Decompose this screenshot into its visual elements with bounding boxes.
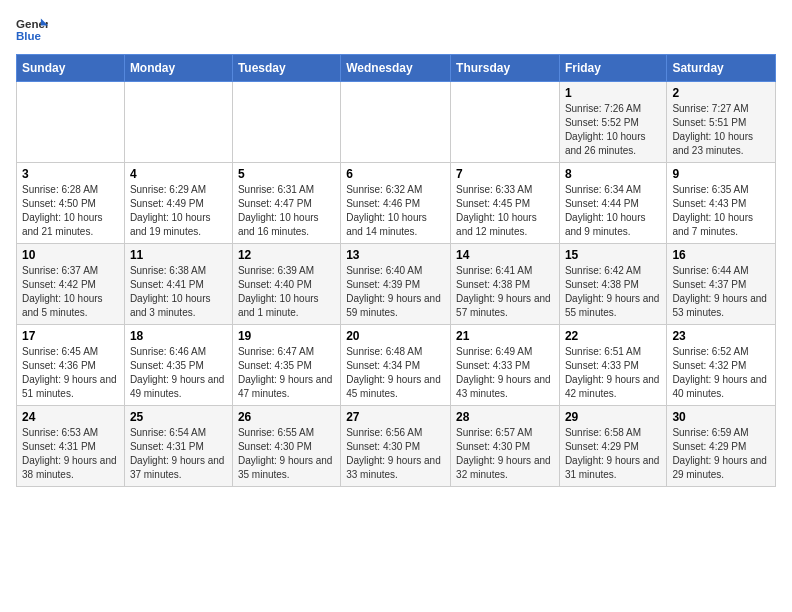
calendar-cell: 9Sunrise: 6:35 AM Sunset: 4:43 PM Daylig…: [667, 163, 776, 244]
calendar-cell: 20Sunrise: 6:48 AM Sunset: 4:34 PM Dayli…: [341, 325, 451, 406]
weekday-header: Sunday: [17, 55, 125, 82]
day-number: 5: [238, 167, 335, 181]
calendar-cell: 23Sunrise: 6:52 AM Sunset: 4:32 PM Dayli…: [667, 325, 776, 406]
day-info: Sunrise: 6:31 AM Sunset: 4:47 PM Dayligh…: [238, 183, 335, 239]
day-info: Sunrise: 6:34 AM Sunset: 4:44 PM Dayligh…: [565, 183, 661, 239]
day-info: Sunrise: 6:56 AM Sunset: 4:30 PM Dayligh…: [346, 426, 445, 482]
day-info: Sunrise: 6:45 AM Sunset: 4:36 PM Dayligh…: [22, 345, 119, 401]
calendar-header-row: SundayMondayTuesdayWednesdayThursdayFrid…: [17, 55, 776, 82]
day-number: 22: [565, 329, 661, 343]
day-number: 24: [22, 410, 119, 424]
day-info: Sunrise: 6:59 AM Sunset: 4:29 PM Dayligh…: [672, 426, 770, 482]
day-info: Sunrise: 6:38 AM Sunset: 4:41 PM Dayligh…: [130, 264, 227, 320]
calendar-cell: [451, 82, 560, 163]
page-header: General Blue: [16, 16, 776, 44]
day-info: Sunrise: 6:47 AM Sunset: 4:35 PM Dayligh…: [238, 345, 335, 401]
day-number: 11: [130, 248, 227, 262]
calendar-cell: 10Sunrise: 6:37 AM Sunset: 4:42 PM Dayli…: [17, 244, 125, 325]
svg-text:Blue: Blue: [16, 30, 42, 42]
day-info: Sunrise: 6:37 AM Sunset: 4:42 PM Dayligh…: [22, 264, 119, 320]
calendar-cell: 7Sunrise: 6:33 AM Sunset: 4:45 PM Daylig…: [451, 163, 560, 244]
day-info: Sunrise: 6:57 AM Sunset: 4:30 PM Dayligh…: [456, 426, 554, 482]
calendar-cell: 27Sunrise: 6:56 AM Sunset: 4:30 PM Dayli…: [341, 406, 451, 487]
day-info: Sunrise: 6:52 AM Sunset: 4:32 PM Dayligh…: [672, 345, 770, 401]
day-number: 23: [672, 329, 770, 343]
day-info: Sunrise: 6:28 AM Sunset: 4:50 PM Dayligh…: [22, 183, 119, 239]
day-number: 21: [456, 329, 554, 343]
day-number: 10: [22, 248, 119, 262]
day-info: Sunrise: 6:39 AM Sunset: 4:40 PM Dayligh…: [238, 264, 335, 320]
calendar-cell: 11Sunrise: 6:38 AM Sunset: 4:41 PM Dayli…: [124, 244, 232, 325]
calendar-cell: 3Sunrise: 6:28 AM Sunset: 4:50 PM Daylig…: [17, 163, 125, 244]
calendar-cell: [17, 82, 125, 163]
day-number: 19: [238, 329, 335, 343]
calendar-cell: 6Sunrise: 6:32 AM Sunset: 4:46 PM Daylig…: [341, 163, 451, 244]
calendar-cell: 8Sunrise: 6:34 AM Sunset: 4:44 PM Daylig…: [559, 163, 666, 244]
calendar-cell: [232, 82, 340, 163]
calendar-cell: 16Sunrise: 6:44 AM Sunset: 4:37 PM Dayli…: [667, 244, 776, 325]
day-number: 1: [565, 86, 661, 100]
calendar-cell: 4Sunrise: 6:29 AM Sunset: 4:49 PM Daylig…: [124, 163, 232, 244]
day-info: Sunrise: 6:53 AM Sunset: 4:31 PM Dayligh…: [22, 426, 119, 482]
logo: General Blue: [16, 16, 48, 44]
day-number: 4: [130, 167, 227, 181]
day-number: 6: [346, 167, 445, 181]
day-number: 17: [22, 329, 119, 343]
calendar-cell: 15Sunrise: 6:42 AM Sunset: 4:38 PM Dayli…: [559, 244, 666, 325]
calendar-week-row: 24Sunrise: 6:53 AM Sunset: 4:31 PM Dayli…: [17, 406, 776, 487]
calendar-cell: 25Sunrise: 6:54 AM Sunset: 4:31 PM Dayli…: [124, 406, 232, 487]
day-info: Sunrise: 6:32 AM Sunset: 4:46 PM Dayligh…: [346, 183, 445, 239]
calendar-cell: 22Sunrise: 6:51 AM Sunset: 4:33 PM Dayli…: [559, 325, 666, 406]
day-info: Sunrise: 6:46 AM Sunset: 4:35 PM Dayligh…: [130, 345, 227, 401]
day-info: Sunrise: 6:48 AM Sunset: 4:34 PM Dayligh…: [346, 345, 445, 401]
day-number: 20: [346, 329, 445, 343]
calendar-cell: 14Sunrise: 6:41 AM Sunset: 4:38 PM Dayli…: [451, 244, 560, 325]
day-number: 8: [565, 167, 661, 181]
day-number: 9: [672, 167, 770, 181]
calendar-cell: 29Sunrise: 6:58 AM Sunset: 4:29 PM Dayli…: [559, 406, 666, 487]
calendar-cell: 5Sunrise: 6:31 AM Sunset: 4:47 PM Daylig…: [232, 163, 340, 244]
day-info: Sunrise: 6:58 AM Sunset: 4:29 PM Dayligh…: [565, 426, 661, 482]
day-info: Sunrise: 6:49 AM Sunset: 4:33 PM Dayligh…: [456, 345, 554, 401]
day-info: Sunrise: 6:44 AM Sunset: 4:37 PM Dayligh…: [672, 264, 770, 320]
day-number: 2: [672, 86, 770, 100]
calendar-cell: 24Sunrise: 6:53 AM Sunset: 4:31 PM Dayli…: [17, 406, 125, 487]
calendar-cell: 28Sunrise: 6:57 AM Sunset: 4:30 PM Dayli…: [451, 406, 560, 487]
day-number: 30: [672, 410, 770, 424]
calendar-week-row: 1Sunrise: 7:26 AM Sunset: 5:52 PM Daylig…: [17, 82, 776, 163]
day-number: 25: [130, 410, 227, 424]
weekday-header: Friday: [559, 55, 666, 82]
calendar-table: SundayMondayTuesdayWednesdayThursdayFrid…: [16, 54, 776, 487]
day-info: Sunrise: 6:33 AM Sunset: 4:45 PM Dayligh…: [456, 183, 554, 239]
day-number: 18: [130, 329, 227, 343]
day-info: Sunrise: 6:55 AM Sunset: 4:30 PM Dayligh…: [238, 426, 335, 482]
calendar-cell: [341, 82, 451, 163]
day-number: 27: [346, 410, 445, 424]
day-info: Sunrise: 7:26 AM Sunset: 5:52 PM Dayligh…: [565, 102, 661, 158]
calendar-cell: 1Sunrise: 7:26 AM Sunset: 5:52 PM Daylig…: [559, 82, 666, 163]
calendar-cell: 21Sunrise: 6:49 AM Sunset: 4:33 PM Dayli…: [451, 325, 560, 406]
weekday-header: Thursday: [451, 55, 560, 82]
day-number: 29: [565, 410, 661, 424]
day-number: 7: [456, 167, 554, 181]
calendar-cell: 17Sunrise: 6:45 AM Sunset: 4:36 PM Dayli…: [17, 325, 125, 406]
day-number: 13: [346, 248, 445, 262]
calendar-cell: 30Sunrise: 6:59 AM Sunset: 4:29 PM Dayli…: [667, 406, 776, 487]
weekday-header: Saturday: [667, 55, 776, 82]
calendar-cell: 2Sunrise: 7:27 AM Sunset: 5:51 PM Daylig…: [667, 82, 776, 163]
calendar-week-row: 17Sunrise: 6:45 AM Sunset: 4:36 PM Dayli…: [17, 325, 776, 406]
calendar-cell: 18Sunrise: 6:46 AM Sunset: 4:35 PM Dayli…: [124, 325, 232, 406]
calendar-cell: 12Sunrise: 6:39 AM Sunset: 4:40 PM Dayli…: [232, 244, 340, 325]
day-number: 15: [565, 248, 661, 262]
day-info: Sunrise: 6:54 AM Sunset: 4:31 PM Dayligh…: [130, 426, 227, 482]
day-info: Sunrise: 6:41 AM Sunset: 4:38 PM Dayligh…: [456, 264, 554, 320]
day-number: 16: [672, 248, 770, 262]
day-number: 12: [238, 248, 335, 262]
day-number: 26: [238, 410, 335, 424]
day-number: 3: [22, 167, 119, 181]
calendar-week-row: 3Sunrise: 6:28 AM Sunset: 4:50 PM Daylig…: [17, 163, 776, 244]
calendar-week-row: 10Sunrise: 6:37 AM Sunset: 4:42 PM Dayli…: [17, 244, 776, 325]
day-number: 28: [456, 410, 554, 424]
day-info: Sunrise: 7:27 AM Sunset: 5:51 PM Dayligh…: [672, 102, 770, 158]
calendar-cell: 26Sunrise: 6:55 AM Sunset: 4:30 PM Dayli…: [232, 406, 340, 487]
